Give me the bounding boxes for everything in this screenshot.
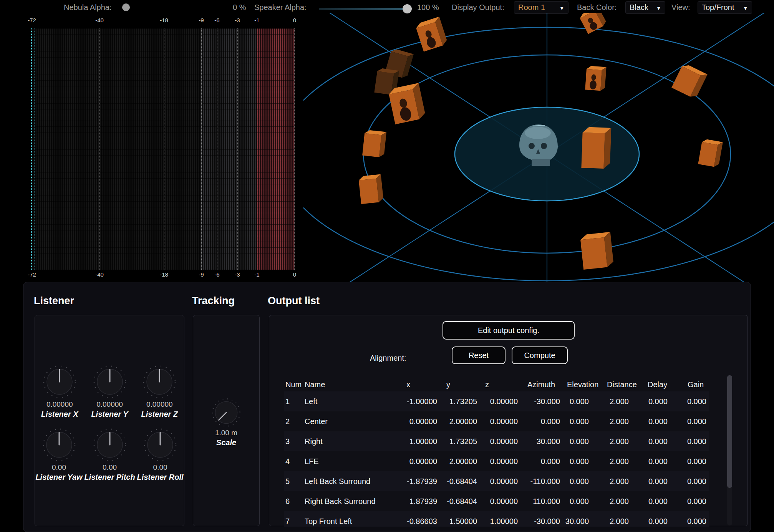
nebula-alpha-knob[interactable] xyxy=(122,3,130,11)
cell: 2 xyxy=(284,417,303,426)
knob-value: 0.00 xyxy=(153,463,167,472)
table-row[interactable]: 7 Top Front Left -0.86603 1.50000 1.0000… xyxy=(284,511,709,527)
knob-label: Listener Yaw xyxy=(35,473,82,482)
listener-section-title: Listener xyxy=(34,295,74,307)
cell: 30.000 xyxy=(519,437,561,446)
table-row[interactable]: 1 Left -1.00000 1.73205 0.00000 -30.000 … xyxy=(284,391,709,411)
meter-row-lines xyxy=(31,28,295,270)
speaker-object xyxy=(671,63,708,99)
scene-3d[interactable] xyxy=(303,13,774,282)
cell: 0.00000 xyxy=(399,417,438,426)
table-row[interactable]: 6 Right Back Surround 1.87939 -0.68404 0… xyxy=(284,491,709,511)
cell: 110.000 xyxy=(519,497,561,506)
display-output-dropdown[interactable]: Room 1 xyxy=(514,1,568,14)
meter-scale-bottom: -3 xyxy=(235,271,240,278)
knob-label: Scale xyxy=(216,438,236,447)
cell: 0.000 xyxy=(630,397,668,406)
listener-roll-knob[interactable]: 0.00 Listener Roll xyxy=(137,427,183,482)
cell: 0.000 xyxy=(519,417,561,426)
cell: 6 xyxy=(284,497,303,506)
cell: 2.000 xyxy=(590,497,630,506)
cell: 2.000 xyxy=(590,437,630,446)
compute-button[interactable]: Compute xyxy=(512,346,568,364)
cell: 2.000 xyxy=(590,417,630,426)
speaker-alpha-value: 100 % xyxy=(417,3,439,12)
listener-pitch-knob[interactable]: 0.00 Listener Pitch xyxy=(84,427,135,482)
meter-scale-bottom: -9 xyxy=(199,271,204,278)
speaker-alpha-slider-thumb[interactable] xyxy=(403,4,412,13)
chevron-down-icon xyxy=(656,3,661,12)
meter-scale-bottom: -6 xyxy=(214,271,219,278)
cell: 0.000 xyxy=(668,417,707,426)
table-row[interactable]: 5 Left Back Surround -1.87939 -0.68404 0… xyxy=(284,471,709,491)
back-color-dropdown[interactable]: Black xyxy=(625,1,665,14)
cell: 0.000 xyxy=(561,497,590,506)
knob-value: 0.00000 xyxy=(46,400,73,409)
meter-scale-top: -3 xyxy=(235,17,240,23)
col-y: y xyxy=(438,380,478,389)
cell: 2.00000 xyxy=(438,417,478,426)
cell: 30.000 xyxy=(561,517,590,526)
speaker-object xyxy=(581,127,611,169)
listener-z-knob[interactable]: 0.00000 Listener Z xyxy=(141,364,178,419)
cell: 0.000 xyxy=(630,477,668,486)
cell: 0.000 xyxy=(668,517,707,526)
cell: 0.000 xyxy=(630,457,668,466)
cell: 0.000 xyxy=(519,457,561,466)
table-row[interactable]: 3 Right 1.00000 1.73205 0.00000 30.000 0… xyxy=(284,431,709,451)
speaker-alpha-label: Speaker Alpha: xyxy=(254,3,307,12)
chevron-down-icon xyxy=(559,3,564,12)
speaker-object xyxy=(578,13,607,34)
cell: 0.000 xyxy=(561,417,590,426)
listener-y-knob[interactable]: 0.00000 Listener Y xyxy=(91,364,128,419)
knob-value: 0.00 xyxy=(103,463,117,472)
cell: 0.00000 xyxy=(478,477,519,486)
cell: -1.87939 xyxy=(399,477,438,486)
speaker-object xyxy=(388,83,426,124)
cell: 0.000 xyxy=(630,437,668,446)
table-row[interactable]: 4 LFE 0.00000 2.00000 0.00000 0.000 0.00… xyxy=(284,451,709,471)
listener-x-knob[interactable]: 0.00000 Listener X xyxy=(41,364,78,419)
view-dropdown[interactable]: Top/Front xyxy=(698,1,752,14)
col-azimuth: Azimuth xyxy=(519,380,561,389)
view-selected: Top/Front xyxy=(702,3,734,12)
cell: 0.000 xyxy=(630,497,668,506)
cell: 0.000 xyxy=(668,457,707,466)
speaker-alpha-slider[interactable] xyxy=(319,8,409,10)
col-x: x xyxy=(399,380,438,389)
meter-scale-top: 0 xyxy=(293,17,296,23)
cell: 0.00000 xyxy=(399,457,438,466)
meter-scale-top: -18 xyxy=(160,17,168,23)
cell: Left Back Surround xyxy=(303,477,399,486)
output-table: 1 Left -1.00000 1.73205 0.00000 -30.000 … xyxy=(284,391,709,527)
speaker-object xyxy=(415,17,448,51)
listener-yaw-knob[interactable]: 0.00 Listener Yaw xyxy=(35,427,82,482)
col-delay: Delay xyxy=(630,380,668,389)
knob-value: 1.00 m xyxy=(215,429,237,437)
table-header: Num Name x y z Azimuth Elevation Distanc… xyxy=(284,377,709,392)
table-scrollbar-thumb[interactable] xyxy=(727,375,732,488)
col-name: Name xyxy=(303,380,399,389)
reset-button[interactable]: Reset xyxy=(452,346,506,364)
table-row[interactable]: 2 Center 0.00000 2.00000 0.00000 0.000 0… xyxy=(284,411,709,431)
cell: Right Back Surround xyxy=(303,497,399,506)
knob-label: Listener Y xyxy=(91,410,128,419)
cell: 0.000 xyxy=(561,437,590,446)
cell: 1 xyxy=(284,397,303,406)
speaker-object xyxy=(362,130,386,158)
tracking-scale-knob[interactable]: 1.00 m Scale xyxy=(211,397,242,447)
chevron-down-icon xyxy=(743,3,748,12)
level-meter xyxy=(31,28,295,270)
alignment-label: Alignment: xyxy=(370,354,406,363)
tracking-section-title: Tracking xyxy=(192,295,235,307)
knob-value: 0.00000 xyxy=(146,400,173,409)
cell: -30.000 xyxy=(519,517,561,526)
cell: 0.000 xyxy=(561,397,590,406)
back-color-label: Back Color: xyxy=(577,3,617,12)
speaker-object xyxy=(698,139,723,168)
meter-scale-top: -1 xyxy=(254,17,259,23)
edit-output-config-button[interactable]: Edit output config. xyxy=(443,321,575,340)
knob-label: Listener Pitch xyxy=(84,473,135,482)
cell: 0.000 xyxy=(630,417,668,426)
cell: 5 xyxy=(284,477,303,486)
